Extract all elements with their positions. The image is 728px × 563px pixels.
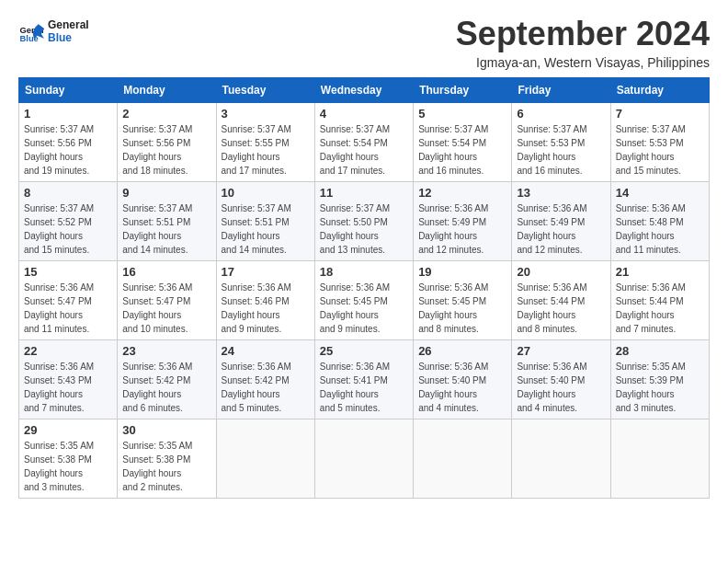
day-number: 5 xyxy=(418,107,506,121)
col-header-sunday: Sunday xyxy=(19,78,118,103)
calendar-cell: 1Sunrise: 5:37 AMSunset: 5:56 PMDaylight… xyxy=(19,103,118,182)
calendar-cell: 22Sunrise: 5:36 AMSunset: 5:43 PMDayligh… xyxy=(19,340,118,419)
day-number: 20 xyxy=(517,265,605,279)
day-number: 10 xyxy=(222,186,310,200)
day-number: 23 xyxy=(122,344,210,358)
calendar-week-row: 1Sunrise: 5:37 AMSunset: 5:56 PMDaylight… xyxy=(19,103,710,182)
location-title: Igmaya-an, Western Visayas, Philippines xyxy=(456,55,710,70)
day-detail: Sunrise: 5:36 AMSunset: 5:45 PMDaylight … xyxy=(418,281,506,336)
calendar-cell: 30Sunrise: 5:35 AMSunset: 5:38 PMDayligh… xyxy=(118,419,216,499)
logo-text-general: General xyxy=(48,18,89,31)
day-number: 6 xyxy=(517,107,605,121)
calendar-cell: 18Sunrise: 5:36 AMSunset: 5:45 PMDayligh… xyxy=(314,261,413,340)
calendar-week-row: 8Sunrise: 5:37 AMSunset: 5:52 PMDaylight… xyxy=(19,182,710,261)
calendar-table: SundayMondayTuesdayWednesdayThursdayFrid… xyxy=(18,77,710,499)
day-detail: Sunrise: 5:37 AMSunset: 5:53 PMDaylight … xyxy=(616,122,704,178)
col-header-friday: Friday xyxy=(512,78,610,103)
day-number: 21 xyxy=(616,265,704,279)
calendar-cell xyxy=(314,419,413,499)
calendar-week-row: 15Sunrise: 5:36 AMSunset: 5:47 PMDayligh… xyxy=(19,261,710,340)
calendar-cell xyxy=(414,419,512,499)
month-title: September 2024 xyxy=(456,15,710,53)
col-header-tuesday: Tuesday xyxy=(216,78,314,103)
day-number: 3 xyxy=(222,107,310,121)
day-detail: Sunrise: 5:35 AMSunset: 5:39 PMDaylight … xyxy=(616,360,704,415)
calendar-cell xyxy=(216,419,314,499)
day-detail: Sunrise: 5:37 AMSunset: 5:53 PMDaylight … xyxy=(517,122,605,178)
day-detail: Sunrise: 5:36 AMSunset: 5:49 PMDaylight … xyxy=(517,201,605,257)
calendar-cell: 27Sunrise: 5:36 AMSunset: 5:40 PMDayligh… xyxy=(512,340,610,419)
calendar-cell: 17Sunrise: 5:36 AMSunset: 5:46 PMDayligh… xyxy=(216,261,314,340)
day-number: 22 xyxy=(24,344,112,358)
logo: General Blue General Blue xyxy=(18,18,89,45)
day-detail: Sunrise: 5:36 AMSunset: 5:46 PMDaylight … xyxy=(222,281,310,336)
page-header: General Blue General Blue September 2024… xyxy=(18,15,710,70)
day-number: 16 xyxy=(122,265,210,279)
calendar-cell: 29Sunrise: 5:35 AMSunset: 5:38 PMDayligh… xyxy=(19,419,118,499)
day-number: 4 xyxy=(320,107,408,121)
day-number: 29 xyxy=(24,423,112,437)
calendar-cell: 24Sunrise: 5:36 AMSunset: 5:42 PMDayligh… xyxy=(216,340,314,419)
calendar-cell: 15Sunrise: 5:36 AMSunset: 5:47 PMDayligh… xyxy=(19,261,118,340)
day-detail: Sunrise: 5:37 AMSunset: 5:56 PMDaylight … xyxy=(24,122,112,178)
calendar-cell: 16Sunrise: 5:36 AMSunset: 5:47 PMDayligh… xyxy=(118,261,216,340)
title-block: September 2024 Igmaya-an, Western Visaya… xyxy=(456,15,710,70)
calendar-cell: 11Sunrise: 5:37 AMSunset: 5:50 PMDayligh… xyxy=(314,182,413,261)
day-detail: Sunrise: 5:36 AMSunset: 5:42 PMDaylight … xyxy=(222,360,310,415)
day-detail: Sunrise: 5:36 AMSunset: 5:48 PMDaylight … xyxy=(616,201,704,257)
day-detail: Sunrise: 5:37 AMSunset: 5:51 PMDaylight … xyxy=(222,201,310,257)
day-detail: Sunrise: 5:36 AMSunset: 5:40 PMDaylight … xyxy=(517,360,605,415)
day-detail: Sunrise: 5:36 AMSunset: 5:47 PMDaylight … xyxy=(24,281,112,336)
day-number: 2 xyxy=(122,107,210,121)
day-number: 18 xyxy=(320,265,408,279)
calendar-cell: 9Sunrise: 5:37 AMSunset: 5:51 PMDaylight… xyxy=(118,182,216,261)
day-detail: Sunrise: 5:36 AMSunset: 5:44 PMDaylight … xyxy=(616,281,704,336)
calendar-cell: 3Sunrise: 5:37 AMSunset: 5:55 PMDaylight… xyxy=(216,103,314,182)
day-number: 1 xyxy=(24,107,112,121)
day-detail: Sunrise: 5:36 AMSunset: 5:47 PMDaylight … xyxy=(122,281,210,336)
col-header-saturday: Saturday xyxy=(610,78,709,103)
day-number: 24 xyxy=(222,344,310,358)
day-number: 8 xyxy=(24,186,112,200)
calendar-cell: 6Sunrise: 5:37 AMSunset: 5:53 PMDaylight… xyxy=(512,103,610,182)
day-number: 7 xyxy=(616,107,704,121)
day-detail: Sunrise: 5:37 AMSunset: 5:52 PMDaylight … xyxy=(24,201,112,257)
col-header-thursday: Thursday xyxy=(414,78,512,103)
calendar-cell: 19Sunrise: 5:36 AMSunset: 5:45 PMDayligh… xyxy=(414,261,512,340)
day-detail: Sunrise: 5:36 AMSunset: 5:49 PMDaylight … xyxy=(418,201,506,257)
day-number: 17 xyxy=(222,265,310,279)
day-detail: Sunrise: 5:35 AMSunset: 5:38 PMDaylight … xyxy=(122,439,210,494)
calendar-cell: 26Sunrise: 5:36 AMSunset: 5:40 PMDayligh… xyxy=(414,340,512,419)
day-detail: Sunrise: 5:37 AMSunset: 5:55 PMDaylight … xyxy=(222,122,310,178)
col-header-wednesday: Wednesday xyxy=(314,78,413,103)
calendar-cell: 7Sunrise: 5:37 AMSunset: 5:53 PMDaylight… xyxy=(610,103,709,182)
day-number: 11 xyxy=(320,186,408,200)
day-detail: Sunrise: 5:37 AMSunset: 5:54 PMDaylight … xyxy=(320,122,408,178)
calendar-cell: 20Sunrise: 5:36 AMSunset: 5:44 PMDayligh… xyxy=(512,261,610,340)
calendar-header-row: SundayMondayTuesdayWednesdayThursdayFrid… xyxy=(19,78,710,103)
day-detail: Sunrise: 5:37 AMSunset: 5:50 PMDaylight … xyxy=(320,201,408,257)
calendar-cell xyxy=(610,419,709,499)
day-number: 12 xyxy=(418,186,506,200)
day-detail: Sunrise: 5:36 AMSunset: 5:41 PMDaylight … xyxy=(320,360,408,415)
logo-text-blue: Blue xyxy=(48,31,89,44)
day-number: 25 xyxy=(320,344,408,358)
day-number: 9 xyxy=(122,186,210,200)
calendar-cell: 4Sunrise: 5:37 AMSunset: 5:54 PMDaylight… xyxy=(314,103,413,182)
calendar-cell: 25Sunrise: 5:36 AMSunset: 5:41 PMDayligh… xyxy=(314,340,413,419)
day-detail: Sunrise: 5:37 AMSunset: 5:51 PMDaylight … xyxy=(122,201,210,257)
day-number: 26 xyxy=(418,344,506,358)
calendar-cell: 12Sunrise: 5:36 AMSunset: 5:49 PMDayligh… xyxy=(414,182,512,261)
day-detail: Sunrise: 5:36 AMSunset: 5:43 PMDaylight … xyxy=(24,360,112,415)
calendar-cell: 5Sunrise: 5:37 AMSunset: 5:54 PMDaylight… xyxy=(414,103,512,182)
calendar-cell: 8Sunrise: 5:37 AMSunset: 5:52 PMDaylight… xyxy=(19,182,118,261)
calendar-cell: 23Sunrise: 5:36 AMSunset: 5:42 PMDayligh… xyxy=(118,340,216,419)
col-header-monday: Monday xyxy=(118,78,216,103)
calendar-cell xyxy=(512,419,610,499)
logo-icon: General Blue xyxy=(18,18,44,44)
day-number: 13 xyxy=(517,186,605,200)
day-detail: Sunrise: 5:36 AMSunset: 5:44 PMDaylight … xyxy=(517,281,605,336)
calendar-week-row: 29Sunrise: 5:35 AMSunset: 5:38 PMDayligh… xyxy=(19,419,710,499)
calendar-cell: 28Sunrise: 5:35 AMSunset: 5:39 PMDayligh… xyxy=(610,340,709,419)
calendar-cell: 21Sunrise: 5:36 AMSunset: 5:44 PMDayligh… xyxy=(610,261,709,340)
